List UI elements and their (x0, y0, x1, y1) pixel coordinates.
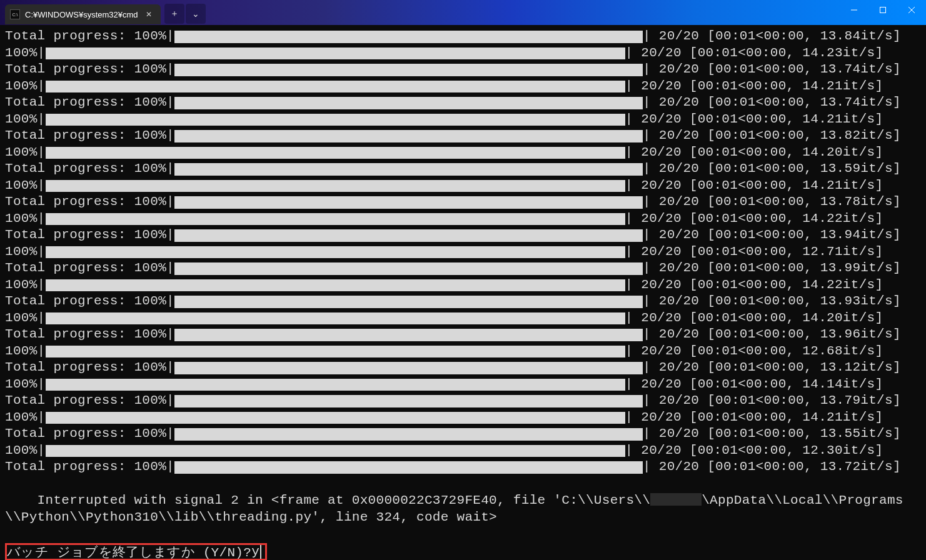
progress-line: 100%|| 20/20 [00:01<00:00, 14.21it/s] (5, 410, 921, 427)
progress-bar-fill (174, 229, 643, 242)
progress-suffix: | 20/20 [00:01<00:00, 13.72it/s] (643, 459, 901, 476)
progress-suffix: | 20/20 [00:01<00:00, 14.21it/s] (625, 79, 883, 96)
progress-line: Total progress: 100%|| 20/20 [00:01<00:0… (5, 95, 921, 112)
progress-suffix: | 20/20 [00:01<00:00, 14.21it/s] (625, 178, 883, 195)
minimize-button[interactable] (840, 0, 868, 20)
progress-bar-fill (46, 113, 625, 127)
progress-prefix: 100%| (5, 46, 46, 62)
progress-bar-fill (46, 146, 625, 160)
progress-suffix: | 20/20 [00:01<00:00, 14.20it/s] (625, 145, 883, 162)
progress-bar-fill (174, 63, 643, 77)
window-controls (840, 0, 926, 20)
progress-line: Total progress: 100%|| 20/20 [00:01<00:0… (5, 161, 921, 178)
progress-suffix: | 20/20 [00:01<00:00, 14.23it/s] (625, 46, 883, 62)
progress-prefix: Total progress: 100%| (5, 62, 174, 79)
progress-prefix: Total progress: 100%| (5, 294, 174, 311)
redacted-username (650, 493, 702, 506)
progress-bar-fill (46, 378, 625, 392)
progress-bar-fill (46, 179, 625, 193)
progress-line: 100%|| 20/20 [00:01<00:00, 14.20it/s] (5, 145, 921, 162)
progress-line: Total progress: 100%|| 20/20 [00:01<00:0… (5, 128, 921, 145)
interrupt-before: Interrupted with signal 2 in <frame at 0… (38, 493, 651, 508)
progress-suffix: | 20/20 [00:01<00:00, 13.84it/s] (643, 29, 901, 46)
progress-line: Total progress: 100%|| 20/20 [00:01<00:0… (5, 393, 921, 410)
progress-prefix: 100%| (5, 344, 46, 361)
tab-title: C:¥WINDOWS¥system32¥cmd (25, 10, 138, 19)
progress-line: Total progress: 100%|| 20/20 [00:01<00:0… (5, 459, 921, 476)
progress-suffix: | 20/20 [00:01<00:00, 13.74it/s] (643, 95, 901, 112)
progress-line: 100%|| 20/20 [00:01<00:00, 14.22it/s] (5, 278, 921, 294)
tab-close-button[interactable]: ✕ (143, 9, 154, 20)
minimize-icon (851, 7, 857, 13)
progress-bar-fill (46, 212, 625, 226)
maximize-button[interactable] (868, 0, 897, 20)
window-titlebar: C:\ C:¥WINDOWS¥system32¥cmd ✕ ＋ ⌄ (0, 0, 926, 25)
progress-line: Total progress: 100%|| 20/20 [00:01<00:0… (5, 327, 921, 344)
progress-line: Total progress: 100%|| 20/20 [00:01<00:0… (5, 261, 921, 278)
progress-prefix: 100%| (5, 79, 46, 96)
tab-dropdown-button[interactable]: ⌄ (186, 4, 206, 24)
progress-suffix: | 20/20 [00:01<00:00, 13.78it/s] (643, 194, 901, 211)
progress-prefix: 100%| (5, 211, 46, 228)
progress-suffix: | 20/20 [00:01<00:00, 13.96it/s] (643, 327, 901, 344)
progress-line: 100%|| 20/20 [00:01<00:00, 12.30it/s] (5, 443, 921, 460)
progress-bar-fill (174, 361, 643, 375)
progress-prefix: 100%| (5, 377, 46, 394)
window-close-button[interactable] (897, 0, 926, 20)
progress-bar-fill (46, 345, 625, 359)
batch-terminate-question: バッチ ジョブを終了しますか (Y/N)? (7, 543, 251, 561)
progress-prefix: Total progress: 100%| (5, 459, 174, 476)
progress-bar-fill (174, 129, 643, 143)
progress-line: Total progress: 100%|| 20/20 [00:01<00:0… (5, 62, 921, 79)
progress-bar-fill (46, 312, 625, 326)
progress-line: Total progress: 100%|| 20/20 [00:01<00:0… (5, 29, 921, 46)
chevron-down-icon: ⌄ (192, 9, 199, 19)
progress-prefix: Total progress: 100%| (5, 95, 174, 112)
progress-prefix: 100%| (5, 278, 46, 294)
cmd-icon-label: C:\ (13, 12, 18, 17)
progress-lines-container: Total progress: 100%|| 20/20 [00:01<00:0… (5, 29, 921, 476)
tab-strip: C:\ C:¥WINDOWS¥system32¥cmd ✕ ＋ ⌄ (5, 0, 206, 25)
progress-suffix: | 20/20 [00:01<00:00, 12.30it/s] (625, 443, 883, 460)
progress-bar-fill (174, 30, 643, 44)
progress-bar-fill (174, 428, 643, 441)
highlight-box: バッチ ジョブを終了しますか (Y/N)? y (5, 543, 267, 561)
interrupt-message: Interrupted with signal 2 in <frame at 0… (5, 476, 921, 542)
progress-line: 100%|| 20/20 [00:01<00:00, 14.21it/s] (5, 112, 921, 129)
progress-line: Total progress: 100%|| 20/20 [00:01<00:0… (5, 360, 921, 377)
progress-prefix: 100%| (5, 178, 46, 195)
progress-bar-fill (174, 394, 643, 408)
progress-prefix: Total progress: 100%| (5, 261, 174, 278)
progress-suffix: | 20/20 [00:01<00:00, 13.12it/s] (643, 360, 901, 377)
progress-bar-fill (46, 411, 625, 425)
progress-line: Total progress: 100%|| 20/20 [00:01<00:0… (5, 294, 921, 311)
progress-line: Total progress: 100%|| 20/20 [00:01<00:0… (5, 194, 921, 211)
progress-line: Total progress: 100%|| 20/20 [00:01<00:0… (5, 426, 921, 443)
progress-suffix: | 20/20 [00:01<00:00, 12.71it/s] (625, 244, 883, 261)
progress-prefix: 100%| (5, 145, 46, 162)
progress-bar-fill (174, 96, 643, 110)
progress-suffix: | 20/20 [00:01<00:00, 14.20it/s] (625, 311, 883, 328)
progress-suffix: | 20/20 [00:01<00:00, 14.21it/s] (625, 112, 883, 129)
terminal-output[interactable]: Total progress: 100%|| 20/20 [00:01<00:0… (0, 25, 926, 560)
progress-bar-fill (174, 328, 643, 342)
new-tab-button[interactable]: ＋ (164, 4, 184, 24)
progress-prefix: 100%| (5, 244, 46, 261)
terminal-tab[interactable]: C:\ C:¥WINDOWS¥system32¥cmd ✕ (5, 4, 161, 24)
progress-prefix: Total progress: 100%| (5, 161, 174, 178)
progress-line: 100%|| 20/20 [00:01<00:00, 14.20it/s] (5, 311, 921, 328)
progress-prefix: Total progress: 100%| (5, 393, 174, 410)
progress-bar-fill (174, 262, 643, 276)
cmd-icon: C:\ (10, 9, 20, 19)
progress-bar-fill (174, 461, 643, 474)
progress-prefix: Total progress: 100%| (5, 426, 174, 443)
progress-prefix: Total progress: 100%| (5, 128, 174, 145)
progress-prefix: Total progress: 100%| (5, 228, 174, 244)
progress-suffix: | 20/20 [00:01<00:00, 12.68it/s] (625, 344, 883, 361)
progress-suffix: | 20/20 [00:01<00:00, 13.82it/s] (643, 128, 901, 145)
progress-suffix: | 20/20 [00:01<00:00, 13.59it/s] (643, 161, 901, 178)
progress-suffix: | 20/20 [00:01<00:00, 13.93it/s] (643, 294, 901, 311)
progress-line: 100%|| 20/20 [00:01<00:00, 14.23it/s] (5, 46, 921, 62)
batch-terminate-answer[interactable]: y (251, 544, 259, 559)
progress-prefix: 100%| (5, 443, 46, 460)
